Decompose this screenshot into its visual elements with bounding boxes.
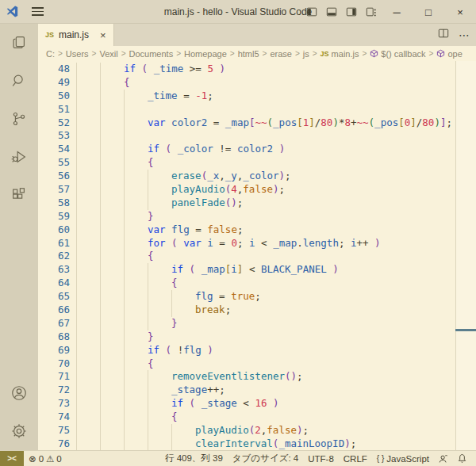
line-number[interactable]: 69: [38, 344, 70, 357]
code-line[interactable]: 58panelFade();: [38, 197, 476, 210]
code-line[interactable]: 52var color2 = _map[~~(_pos[1]/80)*8+~~(…: [38, 116, 476, 130]
code-line[interactable]: 55{: [38, 156, 476, 170]
code-line[interactable]: 59}: [38, 210, 476, 223]
line-number[interactable]: 64: [38, 277, 70, 290]
line-number[interactable]: 56: [38, 170, 70, 183]
code-line[interactable]: 61for ( var i = 0; i < _map.length; i++ …: [38, 237, 476, 250]
line-number[interactable]: 59: [38, 210, 70, 223]
line-number[interactable]: 71: [38, 370, 70, 384]
line-number[interactable]: 65: [38, 290, 70, 304]
more-actions-icon[interactable]: ⋯: [459, 29, 470, 41]
overview-ruler[interactable]: [455, 61, 476, 450]
code-line[interactable]: 67}: [38, 317, 476, 330]
code-line[interactable]: 72_stage++;: [38, 384, 476, 397]
code-line[interactable]: 48if ( _time >= 5 ): [38, 63, 476, 76]
line-number[interactable]: 66: [38, 304, 70, 317]
code-line[interactable]: 51: [38, 103, 476, 116]
breadcrumb-item[interactable]: JSmain.js: [321, 49, 359, 59]
settings-gear-icon[interactable]: [0, 412, 38, 450]
code-line[interactable]: 70{: [38, 357, 476, 371]
line-number[interactable]: 57: [38, 183, 70, 197]
code-line[interactable]: 49{: [38, 76, 476, 90]
language-status[interactable]: { } JavaScript: [372, 454, 434, 464]
line-number[interactable]: 58: [38, 197, 70, 210]
code-line[interactable]: 68}: [38, 330, 476, 344]
indentation-status[interactable]: タブのサイズ: 4: [228, 453, 303, 464]
line-number[interactable]: 75: [38, 424, 70, 437]
line-number[interactable]: 55: [38, 156, 70, 170]
line-number[interactable]: 62: [38, 250, 70, 263]
minimize-button[interactable]: ─: [381, 0, 413, 24]
breadcrumb-item[interactable]: Users: [66, 49, 89, 59]
notifications-bell-icon[interactable]: [453, 453, 471, 464]
split-editor-icon[interactable]: [438, 28, 449, 42]
breadcrumb-item[interactable]: $() callback: [370, 49, 425, 59]
explorer-icon[interactable]: [0, 24, 38, 62]
search-icon[interactable]: [0, 62, 38, 100]
line-number[interactable]: 61: [38, 237, 70, 250]
line-number[interactable]: 48: [38, 63, 70, 76]
breadcrumb-item[interactable]: Vexil: [99, 49, 117, 59]
problems-status[interactable]: ⊗ 0 ⚠ 0: [24, 453, 67, 464]
code-line[interactable]: 64{: [38, 277, 476, 290]
menu-icon[interactable]: [27, 7, 48, 16]
code-line[interactable]: 74{: [38, 411, 476, 424]
code-line[interactable]: 56erase(_x,_y,_color);: [38, 170, 476, 183]
line-number[interactable]: 63: [38, 263, 70, 277]
code-line[interactable]: 57playAudio(4,false);: [38, 183, 476, 197]
feedback-icon[interactable]: [434, 453, 453, 464]
line-number[interactable]: 72: [38, 384, 70, 397]
line-number[interactable]: 53: [38, 129, 70, 143]
code-line[interactable]: 69if ( !flg ): [38, 344, 476, 357]
line-number[interactable]: 70: [38, 357, 70, 371]
breadcrumb-item[interactable]: C:: [46, 49, 55, 59]
accounts-icon[interactable]: [0, 374, 38, 412]
line-number[interactable]: 74: [38, 411, 70, 424]
line-number[interactable]: 54: [38, 143, 70, 156]
cursor-position-status[interactable]: 行 409、列 39: [160, 453, 228, 464]
toggle-primary-sidebar-icon[interactable]: [301, 0, 321, 24]
breadcrumb-item[interactable]: js: [303, 49, 309, 59]
encoding-status[interactable]: UTF-8: [303, 454, 339, 464]
code-line[interactable]: 66break;: [38, 304, 476, 317]
line-number[interactable]: 60: [38, 223, 70, 237]
breadcrumb-item[interactable]: html5: [238, 49, 259, 59]
maximize-button[interactable]: □: [413, 0, 444, 24]
line-number[interactable]: 52: [38, 116, 70, 130]
breadcrumb-item[interactable]: erase: [270, 49, 292, 59]
line-number[interactable]: 49: [38, 76, 70, 90]
code-line[interactable]: 50_time = -1;: [38, 90, 476, 103]
code-line[interactable]: 65flg = true;: [38, 290, 476, 304]
line-number[interactable]: 68: [38, 330, 70, 344]
code-line[interactable]: 73if ( _stage < 16 ): [38, 397, 476, 411]
code-line[interactable]: 60var flg = false;: [38, 223, 476, 237]
source-control-icon[interactable]: [0, 100, 38, 138]
code-line[interactable]: 63if ( _map[i] < BLACK_PANEL ): [38, 263, 476, 277]
line-number[interactable]: 50: [38, 90, 70, 103]
code-line[interactable]: 75playAudio(2,false);: [38, 424, 476, 437]
extensions-icon[interactable]: [0, 176, 38, 214]
line-number[interactable]: 76: [38, 437, 70, 450]
breadcrumb-item[interactable]: Documents: [129, 49, 174, 59]
code-line[interactable]: 53: [38, 129, 476, 143]
code-line[interactable]: 54if ( _color != color2 ): [38, 143, 476, 156]
toggle-panel-icon[interactable]: [321, 0, 341, 24]
remote-indicator[interactable]: ><: [0, 451, 24, 466]
code-line[interactable]: 62{: [38, 250, 476, 263]
line-number[interactable]: 73: [38, 397, 70, 411]
code-editor[interactable]: 48if ( _time >= 5 )49{50_time = -1;5152v…: [38, 61, 476, 450]
code-line[interactable]: 76clearInterval(_mainLoopID);: [38, 437, 476, 450]
tab-main-js[interactable]: JS main.js ×: [38, 24, 114, 46]
toggle-secondary-sidebar-icon[interactable]: [341, 0, 361, 24]
line-number[interactable]: 67: [38, 317, 70, 330]
line-number[interactable]: 51: [38, 103, 70, 116]
breadcrumb-item[interactable]: ope: [436, 49, 462, 59]
breadcrumb-item[interactable]: Homepage: [184, 49, 227, 59]
run-debug-icon[interactable]: [0, 138, 38, 176]
eol-status[interactable]: CRLF: [339, 454, 372, 464]
code-line[interactable]: 71removeEventlistener();: [38, 370, 476, 384]
customize-layout-icon[interactable]: [361, 0, 381, 24]
close-button[interactable]: ×: [444, 0, 476, 24]
js-file-icon: JS: [45, 31, 54, 39]
tab-close-icon[interactable]: ×: [100, 29, 106, 41]
